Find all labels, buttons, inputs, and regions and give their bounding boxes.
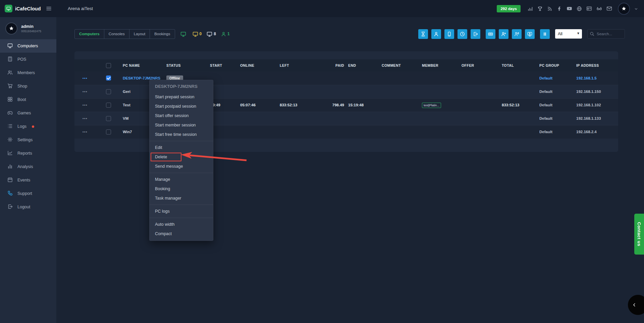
contact-us-tab[interactable]: Contact us: [634, 214, 644, 255]
pc-name-link[interactable]: DESKTOP-7JM2NRS: [123, 76, 160, 80]
row-checkbox[interactable]: [106, 116, 111, 121]
sidebar-item-support[interactable]: Support: [0, 187, 56, 200]
pc-filter-select[interactable]: All: [555, 29, 582, 39]
menu-item-start-prepaid-session[interactable]: Start prepaid session: [150, 92, 213, 102]
sidebar-item-logout[interactable]: Logout: [0, 200, 56, 214]
user-avatar[interactable]: [618, 3, 630, 15]
sidebar-item-boot[interactable]: Boot: [0, 93, 56, 106]
sidebar-item-pos[interactable]: POS: [0, 53, 56, 66]
tab-consoles[interactable]: Consoles: [104, 30, 129, 39]
brand[interactable]: iCafeCloud: [0, 0, 56, 17]
rss-icon[interactable]: [547, 6, 552, 11]
pc-group-link[interactable]: Default: [539, 90, 552, 94]
menu-item-auto-width[interactable]: Auto width: [150, 220, 213, 229]
ip-address-link[interactable]: 192.168.2.4: [576, 130, 597, 134]
sidebar-user[interactable]: admin 005193482475: [0, 17, 56, 39]
pc-name-link[interactable]: Win7: [123, 130, 132, 134]
events-icon: [7, 177, 13, 183]
sidebar-item-reports[interactable]: Reports: [0, 147, 56, 160]
settings-gear-icon: [7, 137, 13, 143]
sidebar-item-events[interactable]: Events: [0, 173, 56, 187]
clock-button[interactable]: [458, 29, 467, 39]
menu-item-delete[interactable]: Delete: [150, 152, 213, 162]
boot-icon: [7, 97, 13, 103]
sidebar-item-shop[interactable]: Shop: [0, 79, 56, 93]
license-days-badge[interactable]: 292 days: [497, 5, 521, 12]
sidebar-item-label: Shop: [17, 84, 27, 89]
add-user-button[interactable]: [499, 29, 508, 39]
menu-item-start-offer-session[interactable]: Start offer session: [150, 111, 213, 120]
pc-group-link[interactable]: Default: [539, 103, 552, 107]
glasses-icon[interactable]: [596, 6, 602, 11]
menu-item-send-message[interactable]: Send message: [150, 162, 213, 171]
switch-user-button[interactable]: [512, 29, 522, 39]
sidebar-item-games[interactable]: Games: [0, 106, 56, 120]
row-menu-button[interactable]: •••: [83, 90, 88, 94]
pc-group-link[interactable]: Default: [539, 130, 552, 134]
row-checkbox[interactable]: [106, 89, 111, 94]
sidebar-item-analysis[interactable]: Analysis: [0, 160, 56, 173]
pc-name-link[interactable]: Test: [123, 103, 130, 107]
user-session-button[interactable]: [431, 29, 441, 39]
sidebar-item-members[interactable]: Members: [0, 66, 56, 79]
topbar-right: 292 days: [497, 3, 644, 15]
view-tabs: Computers Consoles Layout Bookings: [74, 29, 175, 39]
menu-item-start-free-time-session[interactable]: Start free time session: [150, 130, 213, 139]
brand-name: iCafeCloud: [15, 6, 41, 11]
row-checkbox[interactable]: [106, 75, 111, 80]
row-menu-button[interactable]: •••: [83, 76, 88, 80]
pc-group-link[interactable]: Default: [539, 76, 552, 80]
pause-button[interactable]: [540, 29, 550, 39]
id-card-icon[interactable]: [586, 6, 592, 11]
ip-address-link[interactable]: 192.168.1.133: [576, 116, 601, 120]
menu-item-pc-logs[interactable]: PC logs: [150, 207, 213, 216]
row-checkbox[interactable]: [106, 129, 111, 134]
member-badge[interactable]: test|Platin...: [422, 103, 441, 108]
menu-item-edit[interactable]: Edit: [150, 143, 213, 152]
pc-name-link[interactable]: Geri: [123, 90, 130, 94]
row-menu-button[interactable]: •••: [83, 103, 88, 107]
reports-icon: [7, 150, 13, 157]
sidebar-item-label: Support: [17, 191, 32, 196]
select-all-checkbox[interactable]: [106, 63, 111, 68]
ip-address-link[interactable]: 192.168.1.150: [576, 90, 601, 94]
facebook-icon[interactable]: [557, 6, 562, 11]
menu-item-task-manager[interactable]: Task manager: [150, 194, 213, 203]
row-menu-button[interactable]: •••: [83, 117, 88, 120]
mail-icon[interactable]: [606, 6, 612, 11]
chevron-down-icon[interactable]: [634, 6, 638, 12]
session-actions-group: [418, 29, 480, 39]
pc-name-link[interactable]: VM: [123, 116, 128, 120]
cell-total: 833:52:13: [502, 103, 519, 107]
hourglass-button[interactable]: [418, 29, 428, 39]
tab-computers[interactable]: Computers: [75, 30, 104, 39]
trophy-icon[interactable]: [537, 6, 543, 11]
youtube-icon[interactable]: [567, 6, 572, 11]
ip-address-link[interactable]: 192.168.1.102: [576, 103, 601, 107]
sidebar-item-settings[interactable]: Settings: [0, 133, 56, 147]
menu-item-booking[interactable]: Booking: [150, 184, 213, 194]
pc-group-link[interactable]: Default: [539, 116, 552, 120]
tab-layout[interactable]: Layout: [129, 30, 150, 39]
menu-item-manage[interactable]: Manage: [150, 175, 213, 184]
globe-icon[interactable]: [577, 6, 582, 11]
sidebar-item-logs[interactable]: Logs: [0, 120, 56, 133]
sidebar-item-label: Boot: [17, 97, 26, 102]
cash-button[interactable]: [486, 29, 495, 39]
topbar: iCafeCloud Arena aiTest 292 days: [0, 0, 644, 17]
menu-item-start-postpaid-session[interactable]: Start postpaid session: [150, 102, 213, 111]
sign-out-session-button[interactable]: [471, 29, 480, 39]
menu-item-compact[interactable]: Compact: [150, 229, 213, 238]
ip-address-link[interactable]: 192.168.1.5: [576, 76, 597, 80]
sidebar-item-computers[interactable]: Computers: [0, 39, 56, 53]
stats-icon[interactable]: [528, 6, 533, 11]
row-menu-button[interactable]: •••: [83, 130, 88, 134]
shop-icon: [7, 83, 13, 90]
menu-item-start-member-session[interactable]: Start member session: [150, 120, 213, 130]
mobile-button[interactable]: [444, 29, 454, 39]
remote-screen-button[interactable]: [525, 29, 535, 39]
row-checkbox[interactable]: [106, 103, 111, 108]
sidebar-user-id: 005193482475: [21, 29, 41, 33]
tab-bookings[interactable]: Bookings: [150, 30, 174, 39]
hamburger-menu-button[interactable]: [46, 6, 52, 11]
